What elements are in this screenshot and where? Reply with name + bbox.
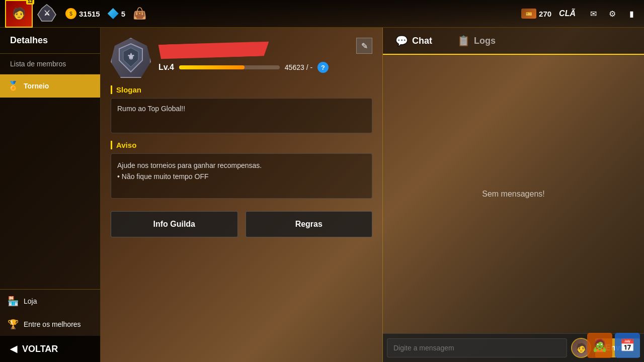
guild-level: Lv.4 <box>158 63 174 72</box>
no-messages-text: Sem mensagens! <box>482 190 545 199</box>
slogan-label: Slogan <box>111 85 372 94</box>
battery-icon: ▮ <box>624 6 639 21</box>
guild-buttons: Info Guilda Regras <box>111 211 372 237</box>
clan-label: CLÃ <box>559 9 576 18</box>
loja-label: Loja <box>24 297 37 305</box>
guild-header: ⚜ Lv.4 45623 / - ? ✎ <box>111 38 372 78</box>
hud-right: 🎫 270 CLÃ ✉ ⚙ ▮ <box>521 6 639 21</box>
voltar-arrow-icon: ◀ <box>10 343 17 354</box>
melhores-icon: 🏆 <box>8 319 19 330</box>
right-panel: 💬 Chat 📋 Logs Sem mensagens! 🧑 Enviar <box>382 28 644 362</box>
info-guilda-button[interactable]: Info Guilda <box>111 211 238 237</box>
guild-info: Lv.4 45623 / - ? <box>158 43 372 73</box>
mail-icon[interactable]: ✉ <box>586 6 601 21</box>
aviso-text: Ajude nos torneios para ganhar recompens… <box>117 161 262 180</box>
rank-icon: ⚔ <box>35 3 58 25</box>
aviso-box: Ajude nos torneios para ganhar recompens… <box>111 153 372 199</box>
regras-button[interactable]: Regras <box>246 211 373 237</box>
guild-exp-bar <box>179 65 245 69</box>
voltar-button[interactable]: ◀ VOLTAR <box>0 336 100 362</box>
sidebar-item-loja[interactable]: 🏪 Loja <box>0 290 100 313</box>
diamonds-display: 5 <box>108 8 125 19</box>
chat-input[interactable] <box>387 338 567 357</box>
guild-edit-button[interactable]: ✎ <box>356 38 372 54</box>
coupon-display: 🎫 270 <box>521 9 551 19</box>
player-avatar: 🧑 12 <box>5 0 33 28</box>
guild-exp-text: 45623 / - <box>285 63 312 71</box>
sidebar-item-melhores[interactable]: 🏆 Entre os melhores <box>0 313 100 336</box>
main-layout: Detalhes Lista de membros 🏅 Torneio 🏪 Lo… <box>0 28 644 362</box>
sidebar-header: Detalhes <box>0 28 100 54</box>
torneio-label: Torneio <box>24 82 49 90</box>
hud-action-icons: ✉ ⚙ ▮ <box>586 6 639 21</box>
aviso-label: Aviso <box>111 141 372 149</box>
loja-icon: 🏪 <box>8 296 19 307</box>
melhores-label: Entre os melhores <box>24 320 81 328</box>
voltar-label: VOLTAR <box>22 344 58 354</box>
bottom-right-icons: 🧟 📅 <box>583 329 644 362</box>
guild-emblem: ⚜ <box>111 38 151 78</box>
calendar-icon-button[interactable]: 📅 <box>615 333 640 358</box>
player-level-badge: 12 <box>26 0 34 5</box>
svg-text:⚜: ⚜ <box>127 52 135 62</box>
sidebar-item-torneio[interactable]: 🏅 Torneio <box>0 74 100 98</box>
sidebar-members-label[interactable]: Lista de membros <box>0 54 100 74</box>
coins-display: $ 31515 <box>65 8 100 19</box>
settings-icon[interactable]: ⚙ <box>605 6 620 21</box>
center-content: ⚜ Lv.4 45623 / - ? ✎ Slogan Rumo ao <box>101 28 382 362</box>
help-icon[interactable]: ? <box>317 62 329 73</box>
aviso-section: Aviso Ajude nos torneios para ganhar rec… <box>111 141 372 199</box>
coupon-icon: 🎫 <box>521 9 536 19</box>
shield-svg: ⚜ <box>118 43 143 73</box>
svg-text:⚔: ⚔ <box>43 9 50 17</box>
slogan-text: Rumo ao Top Global!! <box>117 105 185 113</box>
chat-messages-area: Sem mensagens! <box>383 55 644 333</box>
torneio-icon: 🏅 <box>8 80 19 92</box>
sidebar-spacer <box>0 98 100 289</box>
chat-tabs: 💬 Chat 📋 Logs <box>383 28 644 55</box>
chat-tab-label: Chat <box>412 36 432 46</box>
slogan-section: Slogan Rumo ao Top Global!! <box>111 85 372 133</box>
guild-exp-bar-container <box>179 65 280 69</box>
logs-tab-icon: 📋 <box>457 35 470 47</box>
diamond-icon <box>108 8 119 19</box>
tab-chat[interactable]: 💬 Chat <box>383 28 445 54</box>
bag-icon[interactable]: 👜 <box>133 7 146 20</box>
logs-tab-label: Logs <box>474 36 496 46</box>
left-sidebar: Detalhes Lista de membros 🏅 Torneio 🏪 Lo… <box>0 28 101 362</box>
chat-tab-icon: 💬 <box>395 35 408 47</box>
sidebar-bottom: 🏪 Loja 🏆 Entre os melhores ◀ VOLTAR <box>0 289 100 362</box>
coin-icon: $ <box>65 8 76 19</box>
slogan-box: Rumo ao Top Global!! <box>111 98 372 133</box>
guild-name-redacted <box>158 41 270 60</box>
tab-logs[interactable]: 📋 Logs <box>445 28 508 54</box>
character-icon-button[interactable]: 🧟 <box>587 333 612 358</box>
guild-level-row: Lv.4 45623 / - ? <box>158 62 372 73</box>
top-hud: 🧑 12 ⚔ $ 31515 5 👜 🎫 270 CLÃ ✉ ⚙ ▮ <box>0 0 644 28</box>
